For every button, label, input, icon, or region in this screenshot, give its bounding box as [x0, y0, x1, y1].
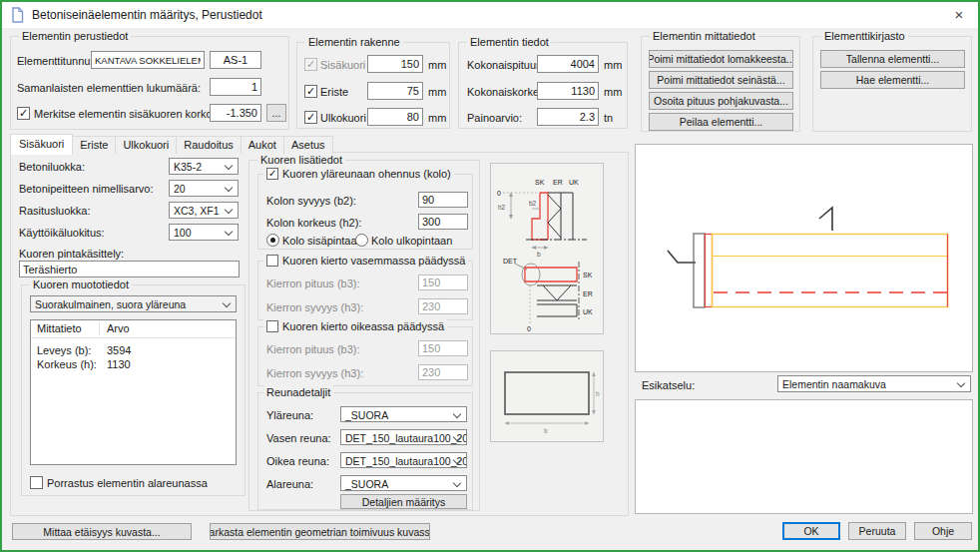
kayttoika-select[interactable]: 100: [169, 224, 239, 241]
tab-sisakuori[interactable]: Sisäkuori: [10, 134, 73, 155]
painoarvio-input[interactable]: [537, 108, 599, 126]
help-button[interactable]: Ohje: [914, 522, 972, 540]
sk-plan-red: [525, 268, 577, 281]
tab-aukot[interactable]: Aukot: [241, 136, 284, 154]
ohennus-checkbox[interactable]: [266, 168, 278, 180]
label-uk-plan: UK: [583, 308, 593, 315]
label-h2: h2: [498, 204, 506, 211]
muoto-value: Suorakulmainen, suora yläreuna: [35, 298, 186, 310]
osoita-pituus-button[interactable]: Osoita pituus pohjakuvasta...: [649, 92, 793, 110]
tab-asetus[interactable]: Asetus: [283, 136, 333, 154]
label-plan-b: b: [544, 427, 548, 434]
eriste-thickness-input[interactable]: [367, 82, 423, 100]
label-b2: b2: [529, 200, 537, 207]
ylareuna-select[interactable]: _SUORA: [340, 406, 467, 422]
dialog-betoniseinaelementti: Betoniseinäelementin määritys, Perustied…: [0, 0, 980, 552]
sisakuori-thickness-input[interactable]: [367, 55, 423, 73]
porrastus-checkbox[interactable]: [30, 476, 43, 489]
peilaa-elementti-button[interactable]: Peilaa elementti...: [649, 113, 793, 131]
elementtitunnus-id-input[interactable]: [210, 51, 261, 69]
unit-kokonaispituus: mm: [604, 59, 622, 72]
esikatselu-value: Elementin naamakuva: [782, 378, 886, 390]
group-title-lisatiedot: Kuoren lisätiedot: [257, 153, 345, 167]
ok-button[interactable]: OK: [782, 522, 840, 540]
tab-ulkokuori[interactable]: Ulkokuori: [115, 136, 177, 154]
poimi-seinasta-button[interactable]: Poimi mittatiedot seinästä...: [649, 71, 793, 89]
label-kierron-pituus-vasen: Kierron pituus (b3):: [266, 277, 360, 290]
detaljien-maaritys-button[interactable]: Detaljien määritys: [340, 494, 467, 509]
betoniluokka-select[interactable]: K35-2: [169, 158, 239, 175]
rasitusluokka-value: XC3, XF1: [174, 205, 220, 217]
label-b: b: [537, 251, 541, 258]
section-mark-top: [819, 208, 832, 231]
column-separator: [99, 322, 100, 335]
eriste-checkbox[interactable]: [304, 85, 317, 98]
title-bar: Betoniseinäelementin määritys, Perustied…: [2, 2, 978, 29]
alareuna-select[interactable]: _SUORA: [340, 475, 467, 491]
tallenna-elementti-button[interactable]: Tallenna elementti...: [820, 50, 965, 68]
label-kierron-syvyys-vasen: Kierron syvyys (h3):: [266, 301, 363, 314]
label-kierron-syvyys-oikea: Kierron syvyys (h3):: [266, 367, 363, 380]
kierron-syvyys-oikea-input[interactable]: [418, 364, 468, 380]
sisakuori-checkbox[interactable]: [304, 58, 317, 71]
label-kolo-sisapintaan: Kolo sisäpintaan: [282, 235, 363, 248]
korko-input[interactable]: [210, 104, 261, 122]
group-elementin-perustiedot: Elementin perustiedot Elementtitunnus: S…: [10, 36, 289, 130]
kokonaiskorkeus-input[interactable]: [537, 82, 599, 100]
lukumaara-input[interactable]: [210, 78, 261, 96]
row-leveys-label[interactable]: Leveys (b):: [37, 344, 91, 357]
element-outline: [713, 235, 948, 307]
rasitusluokka-select[interactable]: XC3, XF1: [169, 202, 239, 219]
chevron-down-icon: [453, 479, 461, 487]
kokonaispituus-input[interactable]: [537, 55, 599, 73]
tab-eriste[interactable]: Eriste: [72, 136, 116, 154]
kierron-syvyys-vasen-input[interactable]: [418, 298, 468, 314]
group-title-perustiedot: Elementin perustiedot: [19, 29, 131, 43]
kolon-korkeus-input[interactable]: [418, 214, 468, 230]
oikea-reuna-value: DET_150_lautaura100_20: [345, 455, 467, 467]
oikea-reuna-select[interactable]: DET_150_lautaura100_20: [340, 452, 467, 468]
mittaa-etaisyys-button[interactable]: Mittaa etäisyys kuvasta...: [12, 523, 192, 540]
korko-checkbox[interactable]: [17, 107, 30, 120]
chevron-down-icon: [957, 379, 965, 387]
chevron-down-icon: [223, 299, 231, 307]
kolo-ulkopintaan-radio[interactable]: [355, 234, 368, 247]
kierron-pituus-vasen-input[interactable]: [418, 275, 468, 290]
label-alareuna: Alareuna:: [266, 478, 313, 491]
left-cap: [694, 234, 705, 307]
group-kierto-oikea: Kuoren kierto oikeassa päädyssä Kierron …: [257, 326, 473, 386]
cancel-button[interactable]: Peruuta: [848, 522, 906, 540]
row-leveys-value[interactable]: 3594: [107, 344, 131, 357]
kierron-pituus-oikea-input[interactable]: [418, 340, 468, 356]
betonipeite-select[interactable]: 20: [169, 180, 239, 197]
tab-raudoitus[interactable]: Raudoitus: [176, 136, 242, 154]
kolon-syvyys-input[interactable]: [418, 192, 468, 208]
label-pintakasittely: Kuoren pintakäsittely:: [19, 248, 124, 261]
label-sk: SK: [535, 179, 545, 186]
muoto-select[interactable]: Suorakulmainen, suora yläreuna: [30, 295, 237, 312]
muoto-listbox[interactable]: Mittatieto Arvo Leveys (b): 3594 Korkeus…: [30, 319, 237, 465]
elementtitunnus-input[interactable]: [91, 51, 205, 69]
element-drawing-preview: [635, 144, 973, 372]
kierto-vasen-checkbox[interactable]: [266, 255, 278, 267]
esikatselu-select[interactable]: Elementin naamakuva: [777, 375, 971, 392]
tab-page-sisakuori: Betoniluokka: K35-2 Betonipeitteen nimel…: [10, 152, 629, 516]
ulkokuori-thickness-input[interactable]: [367, 108, 423, 126]
korko-browse-button[interactable]: ...: [266, 104, 286, 122]
kolo-sisapintaan-radio[interactable]: [266, 234, 279, 247]
kayttoika-value: 100: [174, 227, 192, 239]
ulkokuori-checkbox[interactable]: [304, 111, 317, 124]
row-korkeus-label[interactable]: Korkeus (h):: [37, 358, 97, 371]
row-korkeus-value[interactable]: 1130: [107, 358, 131, 371]
section-diagram-box: SK ER UK 0 h2 b2 b: [490, 163, 604, 334]
section-diagram: SK ER UK 0 h2 b2 b: [491, 164, 603, 333]
kierto-oikea-checkbox[interactable]: [266, 320, 278, 332]
poimi-lomakkeesta-button[interactable]: Poimi mittatiedot lomakkeesta...: [649, 50, 793, 68]
close-icon[interactable]: ×: [942, 2, 976, 28]
tarkasta-geometria-button[interactable]: Tarkasta elementin geometrian toimivuus …: [210, 523, 430, 540]
label-betonipeite: Betonipeitteen nimellisarvo:: [19, 183, 154, 196]
vasen-reuna-value: DET_150_lautaura100_20: [345, 432, 467, 444]
pintakasittely-input[interactable]: [19, 261, 240, 277]
hae-elementti-button[interactable]: Hae elementti...: [820, 71, 965, 89]
vasen-reuna-select[interactable]: DET_150_lautaura100_20: [340, 429, 467, 445]
